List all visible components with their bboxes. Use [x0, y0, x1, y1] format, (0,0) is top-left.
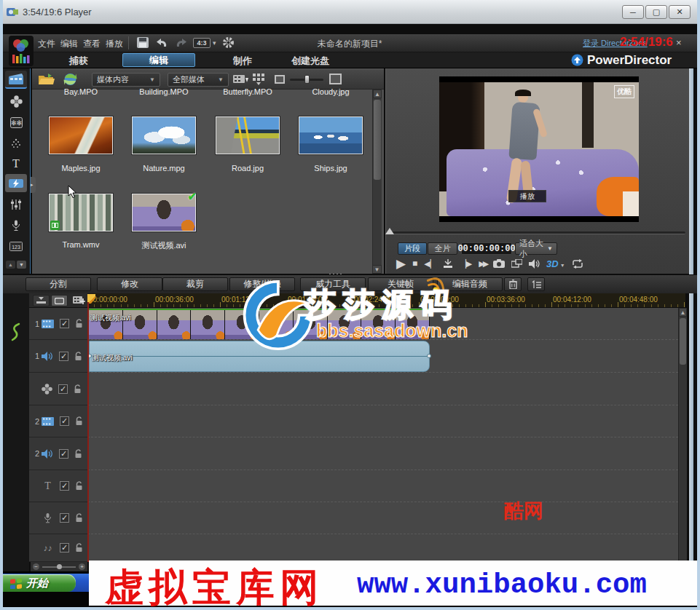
- sidebar-item-pip-objects-room[interactable]: ✻✻: [5, 114, 27, 132]
- mark-trim-button[interactable]: [443, 259, 453, 269]
- sidebar-item-voiceover-room[interactable]: [5, 216, 27, 234]
- track-enable-checkbox[interactable]: ✓: [60, 543, 69, 552]
- add-track-button[interactable]: [71, 294, 86, 306]
- storyboard-view-button[interactable]: [51, 295, 68, 306]
- library-item-label[interactable]: Road.jpg: [208, 164, 288, 173]
- zoom-in-thumbnails-icon[interactable]: [329, 74, 342, 84]
- track-enable-checkbox[interactable]: ✓: [60, 481, 69, 491]
- login-directorzone-link[interactable]: 登录 DirectorZone: [583, 38, 648, 49]
- scrollbar-thumb[interactable]: [680, 318, 686, 365]
- timeline-zoom-out-button[interactable]: −: [33, 563, 39, 570]
- preview-window-button[interactable]: [511, 259, 522, 268]
- library-thumbnail-nature[interactable]: [132, 116, 196, 154]
- timeline-ruler[interactable]: 00:00:00:00 00:00:36:00 00:01:12:00 00:0…: [87, 293, 685, 308]
- track-lock-button[interactable]: [75, 416, 83, 426]
- track-enable-checkbox[interactable]: ✓: [59, 449, 68, 459]
- power-tools-button[interactable]: 威力工具: [300, 277, 366, 291]
- library-content-filter[interactable]: 媒体内容▼: [92, 73, 160, 87]
- library-thumbnail-ships[interactable]: [299, 116, 363, 154]
- timeline-zoom-in-button[interactable]: +: [79, 563, 85, 570]
- track-header-audio2[interactable]: 2 ✓: [29, 437, 87, 470]
- volume-button[interactable]: [529, 259, 540, 269]
- track-manager-button[interactable]: [527, 277, 545, 291]
- library-item-label[interactable]: Maples.jpg: [41, 164, 121, 173]
- crop-button[interactable]: 裁剪: [162, 277, 228, 291]
- keyframe-button[interactable]: 关键帧: [368, 277, 433, 291]
- track-header-video2[interactable]: 2 ✓: [29, 405, 87, 437]
- brand-upgrade-icon[interactable]: [571, 54, 583, 66]
- library-media-filter[interactable]: 全部媒体▼: [168, 73, 229, 87]
- sidebar-item-media-room[interactable]: [5, 71, 27, 89]
- track-enable-checkbox[interactable]: ✓: [60, 416, 69, 426]
- library-item-label[interactable]: 测试视频.avi: [124, 240, 204, 251]
- tab-capture[interactable]: 捕获: [69, 55, 88, 68]
- stop-button[interactable]: ■: [412, 258, 417, 269]
- track-lock-button[interactable]: [75, 319, 83, 328]
- aspect-ratio-badge[interactable]: 4:3: [193, 38, 211, 48]
- redo-icon[interactable]: [174, 37, 187, 49]
- snapshot-camera-button[interactable]: [493, 259, 505, 268]
- track-enable-checkbox[interactable]: ✓: [60, 513, 69, 523]
- track-content-audio2[interactable]: [87, 437, 685, 470]
- track-lock-button[interactable]: [74, 384, 82, 394]
- library-item-label[interactable]: Bay.MPO: [41, 87, 121, 96]
- track-header-audio1[interactable]: 1 ✓: [29, 340, 87, 373]
- open-media-folder-icon[interactable]: [38, 73, 55, 86]
- panel-collapse-handle[interactable]: ▸: [31, 177, 36, 193]
- timeline-video-clip[interactable]: 测试视频.avi: [89, 309, 430, 339]
- sidebar-item-audio-mixing-room[interactable]: [5, 195, 27, 213]
- split-button[interactable]: 分割: [25, 277, 91, 291]
- track-lock-button[interactable]: [75, 513, 83, 523]
- tab-edit[interactable]: 编辑: [122, 53, 195, 67]
- track-content-music[interactable]: [87, 534, 685, 562]
- next-frame-button[interactable]: ▕▶: [460, 259, 472, 269]
- sidebar-item-chapter-room[interactable]: 123: [5, 237, 27, 256]
- sidebar-item-title-room[interactable]: T: [5, 154, 27, 173]
- preview-video[interactable]: 优酷 播放: [439, 76, 639, 222]
- download-directorzone-icon[interactable]: [63, 72, 78, 87]
- timeline-zoom-slider-thumb[interactable]: [57, 564, 62, 569]
- track-lock-button[interactable]: [74, 352, 82, 361]
- save-icon[interactable]: [137, 37, 149, 49]
- scroll-up-arrow[interactable]: ▲: [373, 90, 382, 98]
- sort-view-icon[interactable]: [253, 74, 267, 86]
- play-button[interactable]: ▶: [396, 258, 406, 270]
- library-item-label[interactable]: Ships.jpg: [291, 164, 371, 173]
- track-enable-checkbox[interactable]: ✓: [59, 352, 68, 361]
- track-enable-checkbox[interactable]: ✓: [60, 319, 69, 328]
- scroll-down-arrow[interactable]: ▼: [372, 265, 382, 274]
- edit-audio-button[interactable]: 编辑音频: [437, 277, 503, 291]
- tab-produce[interactable]: 制作: [233, 55, 252, 68]
- track-header-music[interactable]: ♪♪ ✓: [29, 534, 87, 562]
- playhead-line[interactable]: [87, 302, 89, 562]
- timeline-audio-clip[interactable]: 测试视频.avi: [89, 341, 430, 372]
- close-button[interactable]: ✕: [669, 5, 691, 19]
- app-close-icon[interactable]: ×: [676, 37, 682, 48]
- preview-timecode[interactable]: 00:00:00:00: [461, 242, 512, 255]
- track-header-title[interactable]: T ✓: [29, 470, 87, 502]
- fast-forward-button[interactable]: ▶▶: [479, 259, 487, 269]
- library-thumbnail-maples[interactable]: [49, 116, 113, 154]
- menu-view[interactable]: 查看: [83, 38, 101, 50]
- track-content-effect[interactable]: [87, 373, 685, 405]
- aspect-dropdown-arrow[interactable]: ▾: [213, 39, 216, 47]
- track-content-title[interactable]: [87, 470, 685, 502]
- menu-file[interactable]: 文件: [38, 38, 55, 50]
- preview-seek-bar[interactable]: [388, 231, 685, 234]
- track-lock-button[interactable]: [74, 449, 82, 459]
- volume-keyframe-node[interactable]: [427, 354, 431, 358]
- track-header-effect[interactable]: ✓: [29, 373, 87, 405]
- svrt-track-icon[interactable]: [9, 322, 21, 341]
- library-item-label[interactable]: Tram.wmv: [41, 240, 121, 249]
- track-enable-checkbox[interactable]: ✓: [58, 384, 68, 394]
- menu-edit[interactable]: 编辑: [60, 38, 78, 50]
- audio-volume-line[interactable]: [90, 356, 429, 357]
- track-lock-button[interactable]: [75, 543, 83, 552]
- import-media-icon[interactable]: [233, 74, 249, 86]
- library-item-label[interactable]: Butterfly.MPO: [208, 87, 288, 96]
- track-content-voice[interactable]: [87, 502, 685, 534]
- sidebar-scroll-down[interactable]: ▼: [17, 261, 26, 269]
- fix-enhance-button[interactable]: 修整/增强: [229, 277, 295, 291]
- delete-clip-button[interactable]: [504, 277, 522, 291]
- maximize-button[interactable]: ▢: [645, 5, 667, 19]
